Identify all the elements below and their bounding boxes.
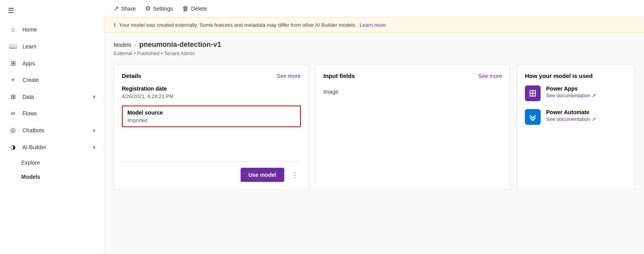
share-label: Share xyxy=(121,6,136,12)
sidebar-sub-item-explore[interactable]: Explore xyxy=(0,156,104,170)
power-automate-doc-link[interactable]: See documentation ↗ xyxy=(546,116,596,122)
cards-row: Details See more Registration date 4/26/… xyxy=(114,64,635,190)
use-model-button[interactable]: Use model xyxy=(241,168,284,182)
input-fields-see-more-link[interactable]: See more xyxy=(478,73,502,79)
sidebar-item-learn[interactable]: 📖 Learn xyxy=(0,38,104,55)
sidebar: ☰ ⌂ Home 📖 Learn ⊞ Apps + Create ⊞ Data … xyxy=(0,0,104,254)
banner-text: Your model was created externally. Some … xyxy=(119,22,357,28)
power-automate-info: Power Automate See documentation ↗ xyxy=(546,109,596,122)
sidebar-item-chatbots[interactable]: ◎ Chatbots ∨ xyxy=(0,122,104,139)
power-automate-title: Power Automate xyxy=(546,109,596,115)
external-link-icon: ↗ xyxy=(592,116,596,122)
info-icon: ℹ xyxy=(114,21,116,28)
sidebar-item-flows[interactable]: ∞ Flows xyxy=(0,105,104,122)
sidebar-item-label: Learn xyxy=(22,43,37,50)
sidebar-sub-item-label: Explore xyxy=(21,159,40,166)
power-apps-doc-link[interactable]: See documentation ↗ xyxy=(546,93,596,98)
details-see-more-link[interactable]: See more xyxy=(277,73,301,79)
external-link-icon: ↗ xyxy=(592,93,596,98)
sidebar-item-label: Data xyxy=(22,94,34,100)
sidebar-item-label: Home xyxy=(22,26,37,33)
settings-button[interactable]: ⚙ Settings xyxy=(145,5,173,12)
main-content: ↗ Share ⚙ Settings 🗑 Delete ℹ Your model… xyxy=(104,0,644,254)
breadcrumb-parent[interactable]: Models xyxy=(114,42,131,48)
delete-button[interactable]: 🗑 Delete xyxy=(182,5,207,12)
input-fields-card-title: Input fields xyxy=(324,72,355,79)
model-source-value: Imported xyxy=(127,117,295,123)
page-content: Models › pneumonia-detection-v1 External… xyxy=(104,33,644,254)
chevron-up-icon: ∧ xyxy=(92,145,96,150)
learn-more-link[interactable]: Learn more xyxy=(360,22,386,28)
create-icon: + xyxy=(9,76,17,83)
sidebar-item-label: Flows xyxy=(22,110,37,117)
details-card-header: Details See more xyxy=(122,72,301,79)
sidebar-item-label: Apps xyxy=(22,60,35,67)
sidebar-item-label: AI Builder xyxy=(22,144,46,150)
input-fields-card-header: Input fields See more xyxy=(324,72,502,79)
share-button[interactable]: ↗ Share xyxy=(114,5,136,12)
settings-label: Settings xyxy=(153,6,173,12)
more-options-button[interactable]: ⋮ xyxy=(289,169,301,181)
learn-icon: 📖 xyxy=(9,43,17,50)
sidebar-item-ai-builder[interactable]: ◑ AI Builder ∧ xyxy=(0,139,104,156)
sidebar-item-home[interactable]: ⌂ Home xyxy=(0,21,104,38)
power-automate-icon xyxy=(525,109,541,125)
more-icon: ⋮ xyxy=(291,171,298,179)
power-apps-info: Power Apps See documentation ↗ xyxy=(546,85,596,98)
model-source-box: Model source Imported xyxy=(122,106,301,127)
breadcrumb-current: pneumonia-detection-v1 xyxy=(139,41,221,49)
power-automate-integration: Power Automate See documentation ↗ xyxy=(525,109,626,125)
chevron-down-icon: ∨ xyxy=(92,128,96,133)
ai-builder-icon: ◑ xyxy=(9,143,17,151)
info-banner: ℹ Your model was created externally. Som… xyxy=(104,17,644,33)
hamburger-icon: ☰ xyxy=(8,7,14,15)
toolbar: ↗ Share ⚙ Settings 🗑 Delete xyxy=(104,0,644,17)
how-used-card: How your model is used Power Apps See xyxy=(517,64,635,190)
power-apps-integration: Power Apps See documentation ↗ xyxy=(525,85,626,101)
chatbots-icon: ◎ xyxy=(9,126,17,134)
how-used-card-header: How your model is used xyxy=(525,72,626,79)
apps-icon: ⊞ xyxy=(9,59,17,67)
sidebar-item-label: Chatbots xyxy=(22,127,44,133)
input-fields-card: Input fields See more image xyxy=(315,64,511,190)
power-apps-title: Power Apps xyxy=(546,85,596,92)
share-icon: ↗ xyxy=(114,5,119,12)
sidebar-sub-item-label: Models xyxy=(21,174,40,180)
delete-icon: 🗑 xyxy=(182,5,189,12)
chevron-down-icon: ∨ xyxy=(92,94,96,100)
details-card: Details See more Registration date 4/26/… xyxy=(114,64,309,190)
details-card-footer: Use model ⋮ xyxy=(122,161,301,182)
sidebar-item-label: Create xyxy=(22,77,39,83)
how-used-card-title: How your model is used xyxy=(525,72,593,79)
power-apps-icon xyxy=(525,85,541,101)
sidebar-item-apps[interactable]: ⊞ Apps xyxy=(0,55,104,72)
sidebar-item-data[interactable]: ⊞ Data ∨ xyxy=(0,88,104,105)
input-field-value: image xyxy=(324,89,502,95)
breadcrumb: Models › pneumonia-detection-v1 xyxy=(114,41,635,49)
registration-date-label: Registration date xyxy=(122,85,301,92)
home-icon: ⌂ xyxy=(9,26,17,33)
data-icon: ⊞ xyxy=(9,93,17,100)
model-source-label: Model source xyxy=(127,109,295,116)
delete-label: Delete xyxy=(191,6,207,12)
hamburger-button[interactable]: ☰ xyxy=(0,0,104,21)
breadcrumb-separator: › xyxy=(134,42,136,48)
registration-date-value: 4/26/2021, 6:28:21 PM xyxy=(122,93,301,99)
flows-icon: ∞ xyxy=(9,110,17,117)
details-card-title: Details xyxy=(122,72,141,79)
sidebar-item-create[interactable]: + Create xyxy=(0,72,104,88)
settings-icon: ⚙ xyxy=(145,5,151,12)
page-subtitle: External • Published • Tenant Admin xyxy=(114,50,635,56)
sidebar-sub-item-models[interactable]: Models xyxy=(0,170,104,184)
